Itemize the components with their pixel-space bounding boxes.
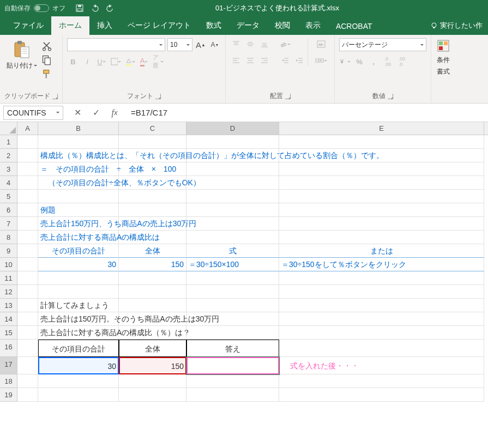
col-header[interactable]: C — [119, 122, 186, 135]
tab-data[interactable]: データ — [229, 16, 267, 35]
copy-icon[interactable] — [41, 55, 52, 65]
font-size-combo[interactable]: 10 — [167, 38, 192, 51]
formula-input[interactable]: =B17/C17 — [125, 108, 488, 117]
tab-file[interactable]: ファイル — [5, 16, 51, 35]
align-bottom-icon[interactable] — [258, 38, 270, 50]
svg-text:ab: ab — [280, 40, 287, 48]
accounting-format-icon[interactable]: ¥ — [339, 56, 351, 68]
cell[interactable]: 売上合計に対する商品Aの構成比（％）は？ — [38, 326, 119, 340]
underline-button[interactable]: U — [95, 56, 107, 68]
svg-rect-2 — [77, 9, 82, 11]
wrap-text-icon[interactable]: ab — [312, 38, 330, 50]
bold-button[interactable]: B — [67, 56, 79, 68]
paste-button[interactable]: 貼り付け — [4, 38, 39, 72]
col-header[interactable]: B — [38, 122, 119, 135]
fx-icon[interactable]: fx — [108, 106, 121, 119]
cell-b17[interactable]: 30 — [38, 357, 119, 374]
name-box[interactable]: COUNTIFS — [3, 106, 63, 120]
cell[interactable]: 150 — [119, 258, 186, 271]
font-name-combo[interactable] — [67, 38, 165, 51]
align-center-icon[interactable] — [244, 55, 256, 66]
cell[interactable]: ＝30÷150×100 — [186, 258, 279, 271]
conditional-format-icon[interactable] — [436, 38, 451, 53]
svg-rect-50 — [444, 41, 448, 45]
align-middle-icon[interactable] — [244, 38, 256, 50]
decrease-font-icon[interactable]: A▼ — [209, 39, 221, 51]
merge-center-icon[interactable] — [312, 55, 330, 66]
cell[interactable]: 売上合計は150万円。そのうち商品Aの売上は30万円 — [38, 312, 119, 326]
cell[interactable]: 答え — [186, 340, 279, 357]
italic-button[interactable]: I — [81, 56, 93, 68]
tab-home[interactable]: ホーム — [51, 16, 89, 35]
col-header[interactable]: D — [186, 122, 279, 135]
cell[interactable]: 全体 — [119, 244, 186, 258]
cell-d17[interactable]: =B17/C17 — [186, 357, 279, 374]
increase-font-icon[interactable]: A▲ — [195, 39, 207, 51]
dialog-launcher-icon[interactable] — [155, 94, 161, 99]
border-button[interactable] — [110, 56, 122, 68]
cell[interactable]: 構成比（％）構成比とは、「それ（その項目の合計）」が全体に対して占めている割合（… — [38, 149, 119, 162]
select-all-corner[interactable] — [0, 122, 17, 135]
increase-decimal-icon[interactable]: .0.00 — [382, 56, 394, 68]
cell-c17[interactable]: 150 — [119, 357, 186, 374]
tab-acrobat[interactable]: ACROBAT — [328, 17, 380, 35]
svg-rect-15 — [44, 70, 49, 74]
orientation-icon[interactable]: ab — [279, 38, 291, 50]
autosave-toggle[interactable]: 自動保存 オフ — [4, 4, 65, 13]
cell[interactable]: 全体 — [119, 340, 186, 357]
redo-icon[interactable] — [106, 4, 115, 13]
cell[interactable]: または — [279, 244, 484, 258]
paste-icon — [13, 40, 31, 60]
col-header[interactable]: E — [279, 122, 484, 135]
cancel-formula-icon[interactable]: ✕ — [71, 106, 84, 119]
enter-formula-icon[interactable]: ✓ — [89, 106, 103, 119]
number-format-combo[interactable]: パーセンテージ — [339, 38, 426, 51]
svg-rect-49 — [439, 41, 443, 45]
phonetic-icon[interactable]: ア亜 — [152, 56, 164, 68]
align-left-icon[interactable] — [230, 55, 242, 66]
cell[interactable]: 式 — [186, 244, 279, 258]
decrease-indent-icon[interactable] — [279, 55, 291, 66]
tab-insert[interactable]: 挿入 — [89, 16, 120, 35]
save-icon[interactable] — [75, 4, 84, 13]
cell[interactable]: 売上合計に対する商品Aの構成比は — [38, 231, 119, 244]
format-painter-icon[interactable] — [41, 69, 52, 80]
dialog-launcher-icon[interactable] — [388, 94, 393, 99]
dialog-launcher-icon[interactable] — [52, 94, 58, 99]
increase-indent-icon[interactable] — [293, 55, 305, 66]
cell[interactable]: ＝30÷150をして％ボタンをクリック — [279, 258, 484, 271]
cell[interactable]: （その項目の合計÷全体、％ボタンでもOK） — [38, 176, 119, 190]
tab-review[interactable]: 校閲 — [267, 16, 298, 35]
tab-view[interactable]: 表示 — [298, 16, 328, 35]
cell[interactable]: 30 — [38, 258, 119, 271]
tab-page-layout[interactable]: ページ レイアウト — [120, 16, 198, 35]
percent-style-icon[interactable]: % — [353, 56, 365, 68]
align-top-icon[interactable] — [230, 38, 242, 50]
autosave-label: 自動保存 — [4, 4, 31, 13]
cell[interactable]: その項目の合計 — [38, 244, 119, 258]
cell[interactable]: 例題 — [38, 203, 119, 217]
undo-icon[interactable] — [91, 4, 99, 13]
cell[interactable]: 式を入れた後・・・ — [279, 357, 484, 374]
align-right-icon[interactable] — [258, 55, 270, 66]
fill-color-button[interactable] — [124, 56, 136, 68]
decrease-decimal-icon[interactable]: .00.0 — [396, 56, 408, 68]
cell[interactable]: 計算してみましょう — [38, 299, 119, 312]
lightbulb-icon — [430, 22, 438, 29]
row-header[interactable]: 1 — [0, 135, 17, 149]
cut-icon[interactable] — [41, 40, 52, 51]
column-headers[interactable]: A B C D E — [17, 122, 488, 135]
worksheet-grid[interactable]: A B C D E 1 2構成比（％）構成比とは、「それ（その項目の合計）」が全… — [0, 122, 488, 402]
tell-me[interactable]: 実行したい作 — [425, 16, 488, 35]
dialog-launcher-icon[interactable] — [285, 94, 291, 99]
font-color-button[interactable]: A — [138, 56, 150, 68]
tab-formulas[interactable]: 数式 — [198, 16, 229, 35]
col-header[interactable]: A — [17, 122, 38, 135]
comma-style-icon[interactable]: , — [367, 56, 379, 68]
cell[interactable]: ＝ その項目の合計 ÷ 全体 × 100 — [38, 162, 119, 176]
toggle-switch-icon[interactable] — [34, 4, 49, 12]
svg-rect-16 — [46, 74, 47, 78]
title-bar: 自動保存 オフ 01-ビジネスでよく使われる計算式.xlsx — [0, 0, 488, 16]
cell[interactable]: 売上合計150万円、うち商品Aの売上は30万円 — [38, 217, 119, 231]
cell[interactable]: その項目の合計 — [38, 340, 119, 357]
